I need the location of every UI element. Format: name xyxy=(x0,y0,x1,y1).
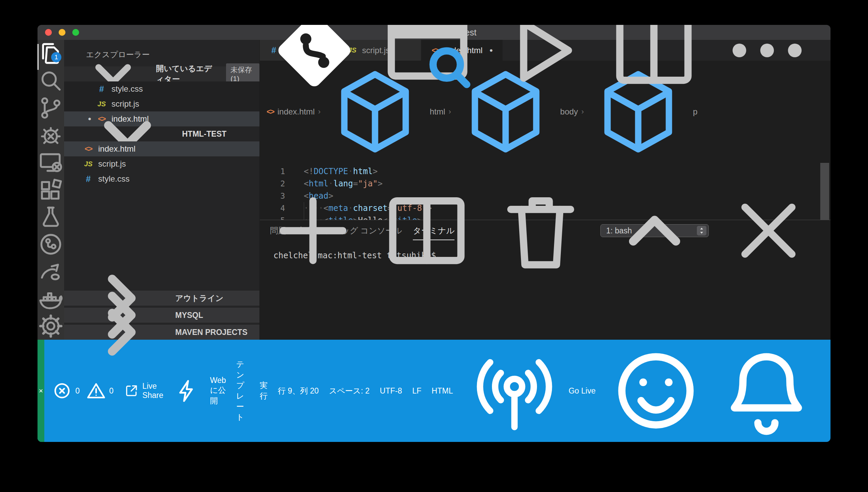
eol-label: LF xyxy=(412,386,421,396)
panel-actions xyxy=(262,220,820,241)
bottom-panel: 問題 出力 デバッグ コンソール ターミナル 1: bash xyxy=(260,220,830,340)
activity-gitlens[interactable] xyxy=(38,231,64,258)
split-terminal-icon[interactable] xyxy=(376,180,478,282)
active-indicator xyxy=(38,44,39,70)
kill-terminal-icon[interactable] xyxy=(490,180,592,282)
gear-icon xyxy=(38,313,64,339)
search-icon xyxy=(38,67,64,94)
status-eol[interactable]: LF xyxy=(407,340,426,442)
status-run[interactable]: 実行 xyxy=(255,340,273,442)
sidebar-bottom-sections: アウトライン MYSQL MAVEN PROJECTS xyxy=(64,289,259,340)
indentation-label: スペース: 2 xyxy=(329,386,370,396)
preview-icon[interactable] xyxy=(376,25,479,102)
status-template[interactable]: テンプレート xyxy=(231,340,255,442)
run-icon[interactable] xyxy=(490,25,592,102)
bell-icon xyxy=(715,340,818,442)
editor-actions xyxy=(263,40,818,61)
activity-publish[interactable] xyxy=(38,258,64,285)
activity-settings[interactable] xyxy=(38,312,64,340)
broadcast-icon xyxy=(463,340,566,442)
file-name: script.js xyxy=(98,159,126,169)
status-remote[interactable] xyxy=(38,340,44,442)
status-publish-web[interactable]: Webに公開 xyxy=(205,340,231,442)
circle-branch-icon xyxy=(38,231,64,258)
tree-index-html[interactable]: <> index.html xyxy=(64,141,259,156)
zoom-window-button[interactable] xyxy=(72,29,79,36)
status-notifications[interactable] xyxy=(711,340,822,442)
more-actions-icon[interactable] xyxy=(716,25,818,102)
monitor-x-icon xyxy=(38,149,64,176)
debug-bug-icon xyxy=(38,122,64,149)
status-flash[interactable] xyxy=(168,340,205,442)
breadcrumb-body[interactable]: body xyxy=(560,107,578,117)
css-file-icon: # xyxy=(83,174,93,184)
folder-header[interactable]: HTML-TEST xyxy=(64,126,259,141)
section-label: アウトライン xyxy=(175,293,223,304)
file-name: style.css xyxy=(98,174,130,184)
activity-docker[interactable] xyxy=(38,285,64,312)
status-feedback[interactable] xyxy=(601,340,711,442)
docker-whale-icon xyxy=(38,286,64,312)
section-maven-projects[interactable]: MAVEN PROJECTS xyxy=(64,325,259,340)
breadcrumb-separator: › xyxy=(449,107,451,116)
publish-web-label: Webに公開 xyxy=(210,376,226,406)
minimize-window-button[interactable] xyxy=(59,29,65,36)
status-cursor-position[interactable]: 行 9、列 20 xyxy=(273,340,324,442)
html-file-icon: <> xyxy=(83,144,93,153)
code-line-1[interactable]: 1<!DOCTYPE·html> xyxy=(260,165,830,178)
breadcrumb-p[interactable]: p xyxy=(693,107,697,117)
breadcrumb-separator: › xyxy=(581,107,584,116)
share-arrow-icon xyxy=(38,258,64,285)
activity-bar: 1 xyxy=(38,40,64,340)
lightning-icon xyxy=(173,377,201,405)
line-number: 1 xyxy=(260,165,285,178)
go-live-label: Go Live xyxy=(569,386,596,396)
activity-explorer[interactable]: 1 xyxy=(38,40,64,67)
folder-name: HTML-TEST xyxy=(182,129,226,139)
activity-test[interactable] xyxy=(38,203,64,231)
window-controls xyxy=(45,29,79,36)
smiley-icon xyxy=(605,340,707,442)
js-file-icon: JS xyxy=(83,160,93,168)
activity-source-control[interactable] xyxy=(38,94,64,122)
git-branch-icon xyxy=(38,95,64,121)
maximize-panel-icon[interactable] xyxy=(603,180,706,282)
activity-extensions[interactable] xyxy=(38,176,64,203)
status-encoding[interactable]: UTF-8 xyxy=(375,340,407,442)
beaker-icon xyxy=(38,204,64,230)
remote-icon xyxy=(38,387,44,394)
new-terminal-icon[interactable] xyxy=(262,180,364,282)
split-editor-icon[interactable] xyxy=(603,25,705,102)
explorer-sidebar: エクスプローラー 開いているエディター 未保存 (1) # style.css … xyxy=(64,40,260,340)
live-share-icon xyxy=(124,383,139,398)
explorer-badge: 1 xyxy=(51,52,61,62)
warning-count: 0 xyxy=(109,386,114,396)
open-changes-icon[interactable] xyxy=(263,25,365,102)
breadcrumb-separator: › xyxy=(318,107,320,116)
close-panel-icon[interactable] xyxy=(717,180,820,282)
section-label: MAVEN PROJECTS xyxy=(175,328,248,337)
close-window-button[interactable] xyxy=(45,29,52,36)
scrollbar-thumb[interactable] xyxy=(820,163,829,220)
open-editors-header[interactable]: 開いているエディター 未保存 (1) xyxy=(64,66,259,81)
status-go-live[interactable]: Go Live xyxy=(458,340,601,442)
error-count: 0 xyxy=(75,386,80,396)
language-label: HTML xyxy=(432,386,453,396)
tree-script-js[interactable]: JS script.js xyxy=(64,156,259,171)
encoding-label: UTF-8 xyxy=(380,386,402,396)
tree-style-css[interactable]: # style.css xyxy=(64,171,259,186)
status-indentation[interactable]: スペース: 2 xyxy=(324,340,375,442)
breadcrumb-file[interactable]: index.html xyxy=(278,107,315,117)
live-share-label: Live Share xyxy=(143,382,163,400)
section-label: MYSQL xyxy=(175,311,203,320)
status-language[interactable]: HTML xyxy=(426,340,458,442)
run-label: 実行 xyxy=(260,380,268,401)
files-icon xyxy=(38,40,64,67)
tab-bar: # style.css JS script.js <> index.html ● xyxy=(260,40,830,61)
template-label: テンプレート xyxy=(236,359,250,422)
activity-debug[interactable] xyxy=(38,122,64,149)
vscode-window: index.html — html-test 1 エクスプローラー xyxy=(38,25,830,442)
breadcrumb-html[interactable]: html xyxy=(430,107,445,117)
activity-remote-preview[interactable] xyxy=(38,149,64,176)
activity-search[interactable] xyxy=(38,67,64,94)
